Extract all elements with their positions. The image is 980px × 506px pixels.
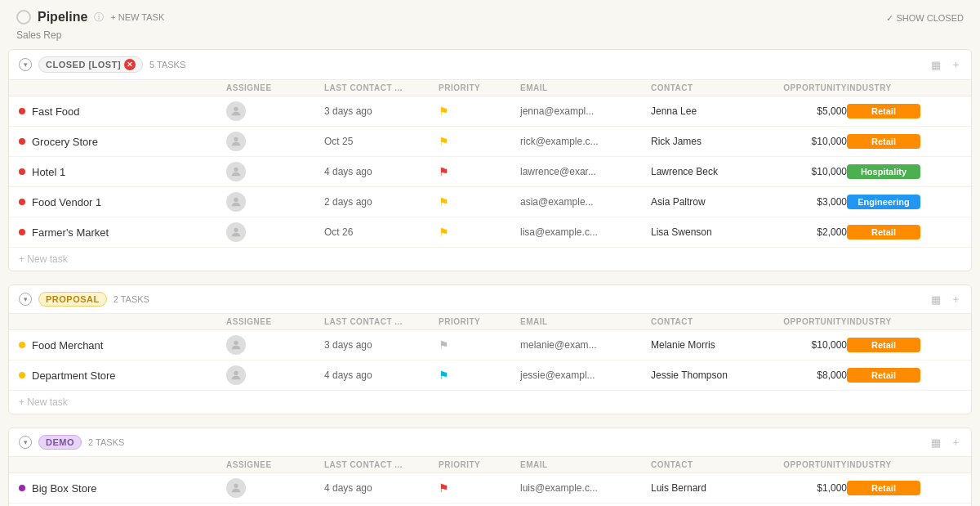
section-closed-lost: ▾ CLOSED [LOST] ✕ 5 TASKS ▦ ＋ ASSIGNEELA… [8,49,972,271]
email: lisa@example.c... [520,226,647,238]
opportunity: $2,000 [749,226,847,238]
col-header-6: INDUSTRY [847,460,961,469]
industry-badge-cell: Engineering [847,195,961,209]
row-name-cell: Farmer's Market [19,226,226,239]
industry-badge: Retail [847,368,920,383]
section-header-demo: ▾ DEMO 2 TASKS ▦ ＋ [9,428,971,457]
svg-point-5 [234,341,238,345]
col-header-2: PRIORITY [439,83,520,92]
column-headers: ASSIGNEELAST CONTACT ...PRIORITYEMAILCON… [9,80,971,96]
collapse-button[interactable]: ▾ [19,58,32,71]
last-contact: Oct 25 [324,136,439,147]
row-name-cell: Grocery Store [19,136,226,148]
row-name-text[interactable]: Farmer's Market [32,226,109,239]
row-name-text[interactable]: Food Merchant [32,339,103,352]
industry-badge: Retail [847,481,920,495]
row-name-cell: Food Vendor 1 [19,196,226,208]
add-row-icon[interactable]: ＋ [951,292,961,307]
email: jenna@exampl... [520,105,647,117]
add-row-icon[interactable]: ＋ [951,57,961,72]
priority-flag[interactable]: ⚑ [439,165,520,178]
section-header-proposal: ▾ PROPOSAL 2 TASKS ▦ ＋ [9,285,971,314]
row-name-text[interactable]: Department Store [32,369,116,382]
col-header-5: OPPORTUNITY [749,460,847,469]
industry-badge-cell: Retail [847,368,961,383]
svg-point-2 [234,168,238,172]
status-dot [19,108,25,114]
table-row: Hotel 1 4 days ago ⚑ lawrence@exar... La… [9,157,971,187]
industry-badge: Engineering [847,195,920,209]
email: asia@example... [520,196,647,208]
last-contact: Oct 26 [324,226,439,238]
priority-flag[interactable]: ⚑ [439,481,520,495]
assignee-avatar [226,132,246,151]
new-task-button[interactable]: + NEW TASK [110,12,164,22]
row-name-cell: Hotel 1 [19,166,226,178]
industry-badge: Retail [847,104,920,119]
grid-icon[interactable]: ▦ [931,293,941,306]
last-contact: 2 days ago [324,196,439,208]
status-dot [19,342,25,348]
table-row: Fast Food 3 days ago ⚑ jenna@exampl... J… [9,96,971,127]
email: rick@example.c... [520,136,647,147]
opportunity: $1,000 [749,482,847,494]
row-name-cell: Fast Food [19,105,226,118]
row-name-cell: Big Box Store [19,482,226,495]
priority-flag[interactable]: ⚑ [439,105,520,118]
col-header-3: EMAIL [520,83,651,92]
col-header-5: OPPORTUNITY [749,317,847,326]
col-name [19,317,226,326]
row-name-text[interactable]: Hotel 1 [32,166,65,178]
email: lawrence@exar... [520,166,647,177]
last-contact: 4 days ago [324,482,439,494]
collapse-button[interactable]: ▾ [19,436,32,449]
info-icon[interactable]: ⓘ [94,11,104,25]
contact-name: Asia Paltrow [651,196,749,208]
new-task-row[interactable]: + New task [9,391,971,414]
section-tag: DEMO [38,435,82,450]
industry-badge-cell: Hospitality [847,164,961,179]
status-dot [19,199,25,205]
col-header-1: LAST CONTACT ... [324,317,439,326]
row-name-text[interactable]: Food Vendor 1 [32,196,101,208]
grid-icon[interactable]: ▦ [931,59,941,71]
column-headers: ASSIGNEELAST CONTACT ...PRIORITYEMAILCON… [9,314,971,330]
priority-flag[interactable]: ⚑ [439,195,520,208]
col-header-0: ASSIGNEE [226,83,324,92]
task-count: 5 TASKS [149,60,185,69]
industry-badge: Retail [847,338,920,352]
contact-name: Lawrence Beck [651,166,749,177]
assignee-avatar [226,335,246,355]
col-header-1: LAST CONTACT ... [324,83,439,92]
section-header-closed-lost: ▾ CLOSED [LOST] ✕ 5 TASKS ▦ ＋ [9,50,971,80]
industry-badge-cell: Retail [847,338,961,352]
new-task-row[interactable]: + New task [9,248,971,271]
status-dot [19,372,25,378]
priority-flag[interactable]: ⚑ [439,338,520,352]
assignee-avatar [226,478,246,498]
column-headers: ASSIGNEELAST CONTACT ...PRIORITYEMAILCON… [9,457,971,473]
assignee-avatar [226,162,246,181]
row-name-text[interactable]: Grocery Store [32,136,98,148]
show-closed-button[interactable]: ✓ SHOW CLOSED [886,13,964,23]
col-header-3: EMAIL [520,460,651,469]
task-count: 2 TASKS [114,294,149,304]
section-tag: PROPOSAL [38,292,107,307]
col-header-6: INDUSTRY [847,83,961,92]
sections-container: ▾ CLOSED [LOST] ✕ 5 TASKS ▦ ＋ ASSIGNEELA… [0,49,980,506]
row-name-cell: Food Merchant [19,339,226,352]
priority-flag[interactable]: ⚑ [439,369,520,382]
priority-flag[interactable]: ⚑ [439,226,520,239]
row-name-text[interactable]: Fast Food [32,105,80,118]
priority-flag[interactable]: ⚑ [439,135,520,148]
email: melanie@exam... [520,339,647,351]
collapse-button[interactable]: ▾ [19,293,32,306]
industry-badge-cell: Retail [847,134,961,149]
warning-icon: ✕ [124,59,136,70]
header: Pipeline ⓘ + NEW TASK ✓ SHOW CLOSED Sale… [0,0,980,49]
add-row-icon[interactable]: ＋ [951,435,961,450]
row-name-text[interactable]: Big Box Store [32,482,97,495]
section-proposal: ▾ PROPOSAL 2 TASKS ▦ ＋ ASSIGNEELAST CONT… [8,284,972,414]
grid-icon[interactable]: ▦ [931,437,941,449]
section-tag: CLOSED [LOST] ✕ [38,56,143,73]
